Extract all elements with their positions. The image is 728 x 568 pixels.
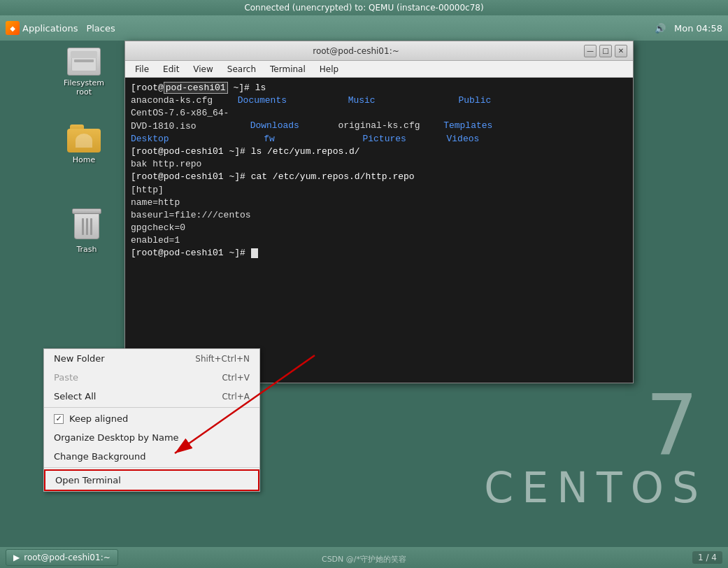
terminal-titlebar: root@pod-ceshi01:~ — □ ✕ [125,41,633,61]
menu-edit[interactable]: Edit [156,63,186,76]
ctx-change-bg[interactable]: Change Background [44,447,259,466]
trash-label: Trash [76,245,97,254]
terminal-line-2: [root@pod-ceshi01 ~]# ls /etc/yum.repos.… [131,145,627,158]
filesystem-icon[interactable]: Filesystem root [56,48,112,97]
ctx-paste: Paste Ctrl+V [44,368,259,387]
terminal-line-ls1: anaconda-ks.cfg Documents Music Public [131,94,627,107]
filesystem-label: Filesystem root [56,78,112,97]
terminal-line-cursor: [root@pod-ceshi01 ~]# [131,247,627,260]
terminal-line-3: bak http.repo [131,158,627,171]
ctx-divider-1 [44,407,259,408]
trash-desktop-icon[interactable]: Trash [59,208,115,254]
places-menu[interactable]: Places [86,23,115,34]
menu-view[interactable]: View [186,63,220,76]
minimize-button[interactable]: — [584,45,597,57]
connection-title: Connected (unencrypted) to: QEMU (instan… [244,3,483,13]
keep-aligned-checkbox[interactable]: ✓ [54,414,64,424]
close-button[interactable]: ✕ [615,45,627,57]
terminal-title: root@pod-ceshi01:~ [131,46,581,56]
ctx-keep-aligned[interactable]: ✓ Keep aligned [44,409,259,428]
centos-watermark: 7 CENTOS [484,388,707,512]
terminal-line-ls3: Desktop fw Pictures Videos [131,133,627,145]
terminal-window: root@pod-ceshi01:~ — □ ✕ File Edit View … [124,41,634,383]
desktop: Filesystem root Home Trash 7 CENTOS [0,41,728,547]
applications-menu[interactable]: ◆ Applications [6,21,78,35]
centos-name: CENTOS [484,463,707,512]
applications-label[interactable]: Applications [22,23,78,34]
terminal-line-1: [root@pod-ceshi01 ~]# ls [131,82,627,94]
terminal-line-5: [http] [131,184,627,197]
terminal-menubar: File Edit View Search Terminal Help [125,61,633,78]
menu-file[interactable]: File [128,63,156,76]
terminal-line-7: baseurl=file:///centos [131,209,627,222]
trash-img [72,208,101,242]
home-label: Home [73,155,95,164]
taskbar-terminal-btn[interactable]: ▶ root@pod-ceshi01:~ [6,549,118,566]
page-indicator: 1 / 4 [692,551,722,564]
places-label[interactable]: Places [86,23,115,34]
terminal-line-6: name=http [131,197,627,209]
clock: Mon 04:58 [674,23,722,34]
terminal-content[interactable]: [root@pod-ceshi01 ~]# ls anaconda-ks.cfg… [125,78,633,383]
terminal-line-ls2: CentOS-7.6-x86_64-DVD-1810.iso Downloads… [131,107,627,132]
home-icon[interactable]: Home [56,125,112,164]
menu-help[interactable]: Help [313,63,345,76]
taskbar-terminal-label[interactable]: root@pod-ceshi01:~ [24,553,110,562]
terminal-line-4: [root@pod-ceshi01 ~]# cat /etc/yum.repos… [131,171,627,183]
terminal-cursor [251,248,258,258]
ctx-organize[interactable]: Organize Desktop by Name [44,428,259,447]
taskbar: ◆ Applications Places 🔊 Mon 04:58 [0,15,728,41]
home-folder-img [67,125,101,152]
volume-icon[interactable]: 🔊 [655,23,666,34]
gnome-icon: ◆ [6,21,20,35]
centos-number: 7 [484,388,707,463]
connection-bar: Connected (unencrypted) to: QEMU (instan… [0,0,728,15]
terminal-icon: ▶ [13,553,20,562]
context-menu: New Folder Shift+Ctrl+N Paste Ctrl+V Sel… [43,348,260,492]
ctx-open-terminal[interactable]: Open Terminal [44,469,259,491]
taskbar-right: 🔊 Mon 04:58 [655,23,722,34]
filesystem-img [67,48,101,76]
maximize-button[interactable]: □ [599,45,612,57]
csdn-watermark: CSDN @/*守护她的笑容 [322,554,406,565]
menu-terminal[interactable]: Terminal [263,63,313,76]
ctx-select-all[interactable]: Select All Ctrl+A [44,387,259,406]
terminal-line-9: enabled=1 [131,234,627,247]
ctx-divider-2 [44,467,259,468]
ctx-new-folder[interactable]: New Folder Shift+Ctrl+N [44,349,259,368]
terminal-line-8: gpgcheck=0 [131,222,627,234]
menu-search[interactable]: Search [220,63,263,76]
